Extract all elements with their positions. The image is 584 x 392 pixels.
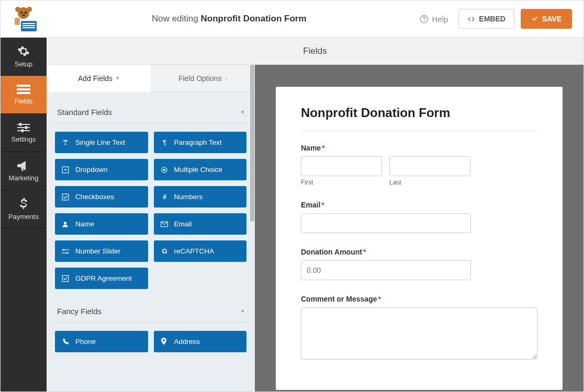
main: Setup Fields Settings Marketing Payments — [1, 38, 583, 391]
panel-tabs: Add Fields ▾ Field Options › — [47, 65, 255, 92]
required-mark: * — [363, 248, 366, 256]
sidebar-item-settings[interactable]: Settings — [1, 114, 47, 152]
field-email[interactable]: Email — [154, 213, 247, 235]
form-name: Nonprofit Donation Form — [200, 14, 306, 24]
tab-label: Add Fields — [78, 74, 113, 83]
tab-field-options[interactable]: Field Options › — [151, 65, 255, 92]
sidebar-item-setup[interactable]: Setup — [1, 38, 47, 76]
field-paragraph-text[interactable]: ¶Paragraph Text — [154, 132, 247, 153]
sublabel: First — [301, 179, 382, 186]
text-icon — [62, 139, 70, 146]
help-link[interactable]: Help — [420, 15, 448, 24]
svg-rect-9 — [23, 27, 35, 28]
sidebar-label: Payments — [8, 213, 39, 221]
sidebar-item-marketing[interactable]: Marketing — [1, 152, 47, 190]
field-label: Phone — [75, 338, 96, 345]
field-label: Name* — [301, 144, 537, 152]
section-title: Standard Fields — [57, 108, 112, 117]
field-label: Address — [174, 338, 200, 345]
svg-point-5 — [22, 14, 25, 16]
embed-button[interactable]: EMBED — [458, 9, 514, 29]
field-label: Numbers — [174, 193, 203, 201]
required-mark: * — [321, 201, 324, 209]
field-multiple-choice[interactable]: Multiple Choice — [154, 159, 247, 180]
content: Fields Add Fields ▾ Field Options › — [47, 38, 583, 391]
preview-panel: Nonprofit Donation Form Name* First Last — [255, 65, 583, 391]
field-address[interactable]: Address — [154, 331, 247, 352]
field-name[interactable]: Name — [55, 213, 148, 235]
content-body: Add Fields ▾ Field Options › Standard Fi… — [47, 65, 583, 391]
sliders-icon — [62, 248, 70, 255]
help-icon — [420, 15, 429, 24]
sidebar-label: Settings — [12, 135, 36, 143]
paragraph-icon: ¶ — [161, 139, 169, 146]
form-field-email[interactable]: Email* — [301, 201, 537, 233]
form-field-name[interactable]: Name* First Last — [301, 144, 537, 186]
user-icon — [62, 221, 70, 228]
field-gdpr[interactable]: GDPR Agreement — [55, 268, 148, 289]
svg-point-2 — [27, 7, 32, 12]
map-pin-icon — [161, 338, 169, 345]
name-row: First Last — [301, 156, 537, 186]
comment-input[interactable] — [301, 307, 537, 360]
scrollbar[interactable] — [250, 65, 255, 391]
scrollbar-thumb[interactable] — [250, 65, 254, 222]
field-phone[interactable]: Phone — [55, 331, 148, 352]
svg-point-23 — [64, 222, 66, 224]
svg-point-12 — [424, 20, 425, 21]
chevron-down-icon: ▾ — [116, 75, 119, 82]
tab-add-fields[interactable]: Add Fields ▾ — [47, 65, 151, 92]
field-label: Name — [75, 220, 94, 228]
field-label: Multiple Choice — [174, 166, 222, 174]
field-label: Donation Amount* — [301, 248, 537, 256]
first-name-input[interactable] — [301, 156, 382, 176]
field-label: Single Line Text — [75, 139, 125, 146]
first-name-col: First — [301, 156, 382, 186]
standard-fields-grid: Single Line Text ¶Paragraph Text Dropdow… — [55, 132, 246, 289]
svg-point-3 — [20, 11, 23, 14]
form-field-comment[interactable]: Comment or Message* — [301, 295, 537, 361]
svg-rect-27 — [62, 275, 69, 282]
sidebar-item-payments[interactable]: Payments — [1, 190, 47, 228]
fancy-fields-grid: Phone Address — [55, 331, 246, 352]
svg-rect-16 — [19, 123, 21, 126]
field-numbers[interactable]: #Numbers — [154, 186, 247, 207]
svg-rect-14 — [17, 88, 30, 90]
last-name-input[interactable] — [389, 156, 470, 176]
section-title: Fancy Fields — [57, 307, 102, 316]
sidebar-label: Setup — [15, 60, 32, 68]
email-input[interactable] — [301, 213, 471, 233]
svg-point-1 — [15, 7, 20, 12]
svg-rect-18 — [21, 129, 24, 132]
svg-rect-10 — [15, 18, 20, 25]
panel-scroll[interactable]: Standard Fields ▾ Single Line Text ¶Para… — [47, 92, 255, 391]
check-icon — [531, 16, 538, 22]
field-single-line-text[interactable]: Single Line Text — [55, 132, 148, 153]
bullhorn-icon — [17, 160, 30, 171]
sidebar-item-fields[interactable]: Fields — [1, 76, 47, 114]
check-square-icon — [62, 275, 70, 282]
divider — [301, 131, 537, 131]
form-field-donation[interactable]: Donation Amount* — [301, 248, 537, 280]
section-header-fancy[interactable]: Fancy Fields ▾ — [55, 302, 246, 322]
sidebar-label: Fields — [15, 97, 33, 105]
svg-point-4 — [25, 11, 27, 14]
chevron-down-icon: ▾ — [241, 308, 244, 315]
tab-label: Field Options — [178, 74, 221, 83]
field-label: Comment or Message* — [301, 295, 537, 303]
required-mark: * — [322, 144, 324, 152]
form-title: Nonprofit Donation Form — [301, 106, 537, 120]
header-title: Now editing Nonprofit Donation Form — [38, 14, 420, 24]
donation-input[interactable] — [301, 260, 471, 280]
dollar-icon — [19, 198, 28, 210]
field-recaptcha[interactable]: GreCAPTCHA — [154, 240, 247, 262]
save-button[interactable]: SAVE — [521, 9, 572, 29]
svg-point-21 — [163, 168, 165, 171]
field-checkboxes[interactable]: Checkboxes — [55, 186, 148, 207]
editing-prefix: Now editing — [152, 14, 201, 24]
field-number-slider[interactable]: Number Slider — [55, 240, 148, 262]
svg-rect-8 — [23, 25, 35, 26]
field-dropdown[interactable]: Dropdown — [55, 159, 148, 180]
google-icon: G — [161, 247, 169, 255]
section-header-standard[interactable]: Standard Fields ▾ — [55, 102, 246, 123]
